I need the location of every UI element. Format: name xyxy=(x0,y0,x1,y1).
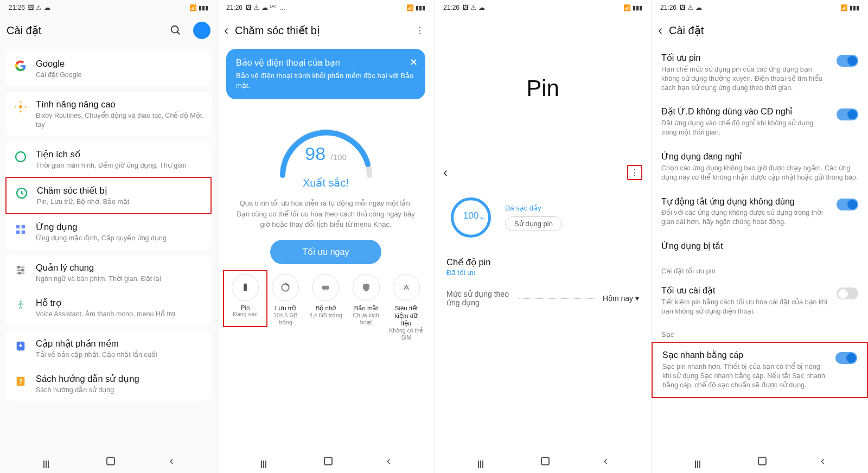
avatar[interactable] xyxy=(193,22,210,39)
optimize-button[interactable]: Tối ưu ngay xyxy=(270,240,382,264)
page-title: Cài đặt xyxy=(669,24,861,37)
toggle-switch[interactable] xyxy=(835,352,857,364)
status-bar: 21:26🖼 ⚠ ☁ 📶 ▮▮▮ xyxy=(652,0,868,15)
nav-home-icon[interactable] xyxy=(541,457,550,465)
nav-recents-icon[interactable] xyxy=(478,461,487,462)
nav-back-icon[interactable]: ‹ xyxy=(821,454,825,468)
nav-back-icon[interactable]: ‹ xyxy=(387,454,391,468)
svg-rect-22 xyxy=(322,286,329,290)
settings-item-apps[interactable]: Ứng dụngỨng dụng mặc định, Cấp quyền ứng… xyxy=(5,214,212,250)
screen-device-care: 21:26🖼 ⚠ ☁ ᴸᴬᵀ … 📶 ▮▮▮ ‹ Chăm sóc thiết … xyxy=(217,0,434,473)
settings-item-device-care[interactable]: Chăm sóc thiết bịPin, Lưu trữ, Bộ nhớ, B… xyxy=(5,177,212,214)
search-icon[interactable] xyxy=(168,23,183,38)
nav-home-icon[interactable] xyxy=(758,457,767,465)
toggle-switch[interactable] xyxy=(837,108,858,120)
banner-title: Bảo vệ điện thoại của bạn xyxy=(236,57,416,68)
data-saver-icon xyxy=(393,274,420,301)
security-banner[interactable]: ✕ Bảo vệ điện thoại của bạn Bảo vệ điện … xyxy=(226,49,425,99)
sliders-icon xyxy=(13,263,28,278)
nav-home-icon[interactable] xyxy=(106,457,115,465)
tile-battery[interactable]: PinĐang sạc xyxy=(228,274,263,341)
google-logo-icon xyxy=(13,59,28,74)
wellbeing-icon xyxy=(13,149,28,164)
svg-rect-19 xyxy=(244,284,247,291)
tile-storage[interactable]: Lưu trữ104,5 GB trống xyxy=(268,274,303,341)
svg-rect-23 xyxy=(323,289,324,290)
settings-item-manual[interactable]: ? Sách hướng dẫn sử dụngSách hướng dẫn s… xyxy=(5,366,212,401)
setting-fast-cable-charging[interactable]: Sạc nhanh bằng cápSạc pin nhanh hơn. Thi… xyxy=(652,342,868,398)
battery-icon xyxy=(232,274,259,301)
back-icon[interactable]: ‹ xyxy=(443,165,448,180)
accessibility-icon xyxy=(13,298,28,313)
battery-usage-button[interactable]: Sử dụng pin xyxy=(505,216,562,231)
battery-summary: 100 % Đã sạc đầy Sử dụng pin xyxy=(435,183,651,252)
back-icon[interactable]: ‹ xyxy=(658,23,662,38)
app-header: ‹ Chăm sóc thiết bị ⋮ xyxy=(218,15,434,46)
sub-header: ‹ ⋮ xyxy=(435,162,651,183)
nav-bar: ‹ xyxy=(0,449,217,473)
setting-disabled-apps[interactable]: Ứng dụng bị tắt xyxy=(652,234,868,259)
setting-optimize-battery[interactable]: Tối ưu pinHạn chế mức sử dụng pin của cá… xyxy=(652,46,868,99)
svg-rect-24 xyxy=(324,289,325,290)
page-title: Cài đặt xyxy=(7,24,162,37)
nav-recents-icon[interactable] xyxy=(43,461,52,462)
app-header: ‹ Cài đặt xyxy=(652,15,868,46)
settings-item-google[interactable]: GoogleCài đặt Google xyxy=(5,51,212,86)
back-icon[interactable]: ‹ xyxy=(224,23,228,38)
more-icon[interactable]: ⋮ xyxy=(412,23,427,38)
app-header: Cài đặt xyxy=(0,15,217,46)
svg-rect-6 xyxy=(22,225,25,228)
toggle-switch[interactable] xyxy=(837,287,858,299)
settings-item-update[interactable]: Cập nhật phần mềmTải về bản cập nhật, Cậ… xyxy=(5,331,212,366)
toggle-switch[interactable] xyxy=(837,55,858,67)
svg-point-0 xyxy=(171,26,178,33)
tile-security[interactable]: Bảo mậtChưa kích hoạt xyxy=(349,274,384,341)
screen-battery: 21:26🖼 ⚠ ☁ 📶 ▮▮▮ Pin ‹ ⋮ 100 % Đã sạc đầ… xyxy=(434,0,651,473)
svg-point-13 xyxy=(22,269,24,271)
close-icon[interactable]: ✕ xyxy=(410,56,418,68)
page-title: Chăm sóc thiết bị xyxy=(235,24,406,37)
apps-grid-icon xyxy=(13,222,28,237)
category-tiles: PinĐang sạc Lưu trữ104,5 GB trống Bộ nhớ… xyxy=(223,264,429,343)
settings-item-general[interactable]: Quản lý chungNgôn ngữ và bàn phím, Thời … xyxy=(5,255,212,290)
nav-recents-icon[interactable] xyxy=(695,461,704,462)
tile-memory[interactable]: Bộ nhớ4,4 GB trống xyxy=(308,274,343,341)
settings-item-wellbeing[interactable]: Tiện ích sốThời gian màn hình, Đếm giờ ứ… xyxy=(5,142,212,177)
device-care-icon xyxy=(14,186,29,201)
setting-optimize-settings[interactable]: Tối ưu cài đặtTiết kiệm pin bằng cách tố… xyxy=(652,278,868,323)
svg-point-2 xyxy=(19,105,22,108)
nav-back-icon[interactable]: ‹ xyxy=(170,454,174,468)
more-icon[interactable]: ⋮ xyxy=(627,165,642,180)
power-mode-item[interactable]: Chế độ pin Đã tối ưu xyxy=(435,252,651,282)
screen-settings-list: 21:26🖼 ⚠ ☁ 📶 ▮▮▮ Cài đặt GoogleCài đặt G… xyxy=(0,0,217,473)
memory-icon xyxy=(312,274,339,301)
score-description: Quá trình tối ưu hóa diễn ra tự động mỗi… xyxy=(223,194,429,240)
status-bar: 21:26🖼 ⚠ ☁ 📶 ▮▮▮ xyxy=(0,0,217,15)
usage-label: Mức sử dụng theo ứng dụng xyxy=(446,290,512,307)
setting-sleeping-apps[interactable]: Ứng dụng đang nghỉChọn các ứng dụng khôn… xyxy=(652,144,868,189)
svg-text:%: % xyxy=(480,216,484,221)
settings-item-advanced[interactable]: Tính năng nâng caoBixby Routines, Chuyển… xyxy=(5,92,212,136)
charge-status: Đã sạc đầy xyxy=(505,204,638,212)
section-header: Sạc xyxy=(652,323,868,342)
nav-back-icon[interactable]: ‹ xyxy=(604,454,608,468)
setting-sleep-unused-apps[interactable]: Đặt Ứ.D không dùng vào CĐ nghỉĐặt ứng dụ… xyxy=(652,99,868,144)
nav-home-icon[interactable] xyxy=(324,457,333,465)
setting-auto-disable-unused[interactable]: Tự động tắt ứng dụng không dùngĐối với c… xyxy=(652,189,868,234)
nav-recents-icon[interactable] xyxy=(261,461,270,462)
nav-bar: ‹ xyxy=(218,449,434,473)
storage-icon xyxy=(272,274,299,301)
nav-bar: ‹ xyxy=(435,449,651,473)
svg-rect-20 xyxy=(245,283,246,284)
tile-data-saver[interactable]: Siêu tiết kiệm dữ liệuKhông có thẻ SIM xyxy=(389,274,424,341)
manual-icon: ? xyxy=(13,374,28,389)
svg-rect-7 xyxy=(16,230,20,234)
toggle-switch[interactable] xyxy=(837,199,858,210)
app-usage-row[interactable]: Mức sử dụng theo ứng dụng Hôm nay ▾ xyxy=(435,282,651,315)
period-dropdown[interactable]: Hôm nay ▾ xyxy=(603,294,639,303)
svg-point-15 xyxy=(20,301,22,303)
settings-item-accessibility[interactable]: Hỗ trợVoice Assistant, Âm thanh mono, me… xyxy=(5,290,212,325)
nav-bar: ‹ xyxy=(652,449,868,473)
advanced-icon xyxy=(13,99,28,114)
svg-text:?: ? xyxy=(19,378,23,384)
